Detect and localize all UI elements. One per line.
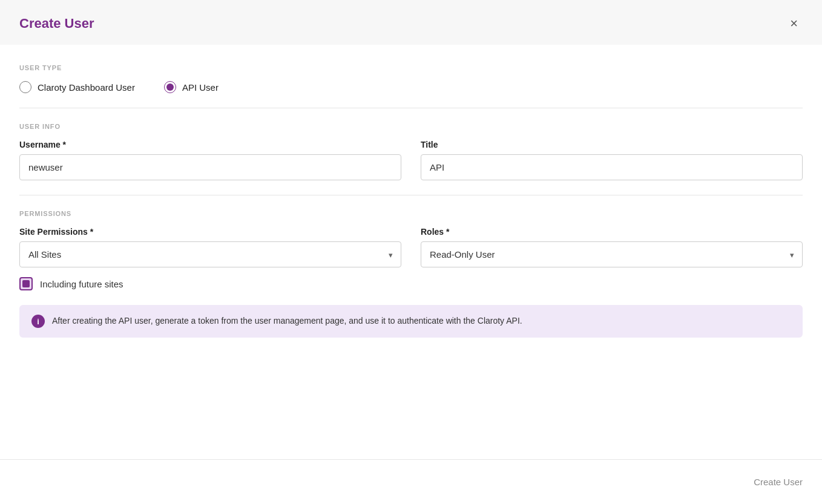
user-info-fields: Username * Title: [19, 140, 803, 180]
roles-select[interactable]: Read-Only User Analyst Admin: [421, 241, 803, 267]
permissions-section: PERMISSIONS Site Permissions * All Sites…: [19, 210, 803, 338]
checkbox-checked-indicator: [22, 280, 30, 287]
permissions-fields: Site Permissions * All Sites Site 1 Site…: [19, 227, 803, 267]
site-permissions-label: Site Permissions *: [19, 227, 401, 237]
title-label: Title: [421, 140, 803, 149]
radio-api-input[interactable]: [164, 81, 176, 93]
including-future-sites-checkbox[interactable]: [19, 277, 33, 290]
title-input[interactable]: [421, 154, 803, 180]
user-type-radio-group: Claroty Dashboard User API User: [19, 81, 803, 93]
roles-field-group: Roles * Read-Only User Analyst Admin ▾: [421, 227, 803, 267]
radio-api-label: API User: [182, 82, 219, 93]
site-permissions-select[interactable]: All Sites Site 1 Site 2: [19, 241, 401, 267]
user-info-section: USER INFO Username * Title: [19, 123, 803, 180]
modal-footer: Create User: [0, 459, 822, 504]
divider-2: [19, 195, 803, 195]
including-future-sites-label: Including future sites: [40, 279, 123, 289]
radio-dashboard-label: Claroty Dashboard User: [38, 82, 135, 93]
create-user-modal: Create User × USER TYPE Claroty Dashboar…: [0, 0, 822, 504]
title-field-group: Title: [421, 140, 803, 180]
username-label: Username *: [19, 140, 401, 149]
radio-api-user[interactable]: API User: [164, 81, 219, 93]
modal-title: Create User: [19, 16, 94, 31]
radio-dashboard-user[interactable]: Claroty Dashboard User: [19, 81, 135, 93]
modal-header: Create User ×: [0, 0, 822, 45]
username-field-group: Username *: [19, 140, 401, 180]
info-icon: i: [31, 315, 45, 328]
info-banner-text: After creating the API user, generate a …: [52, 315, 522, 327]
site-permissions-select-wrapper: All Sites Site 1 Site 2 ▾: [19, 241, 401, 267]
permissions-label: PERMISSIONS: [19, 210, 803, 217]
username-input[interactable]: [19, 154, 401, 180]
roles-select-wrapper: Read-Only User Analyst Admin ▾: [421, 241, 803, 267]
user-type-label: USER TYPE: [19, 64, 803, 71]
info-banner: i After creating the API user, generate …: [19, 305, 803, 338]
modal-body: USER TYPE Claroty Dashboard User API Use…: [0, 45, 822, 459]
close-button[interactable]: ×: [785, 15, 803, 33]
user-type-section: USER TYPE Claroty Dashboard User API Use…: [19, 64, 803, 93]
including-future-sites-row[interactable]: Including future sites: [19, 277, 803, 290]
create-user-button[interactable]: Create User: [754, 472, 803, 492]
user-info-label: USER INFO: [19, 123, 803, 130]
site-permissions-field-group: Site Permissions * All Sites Site 1 Site…: [19, 227, 401, 267]
roles-label: Roles *: [421, 227, 803, 237]
radio-dashboard-input[interactable]: [19, 81, 31, 93]
divider-1: [19, 108, 803, 108]
